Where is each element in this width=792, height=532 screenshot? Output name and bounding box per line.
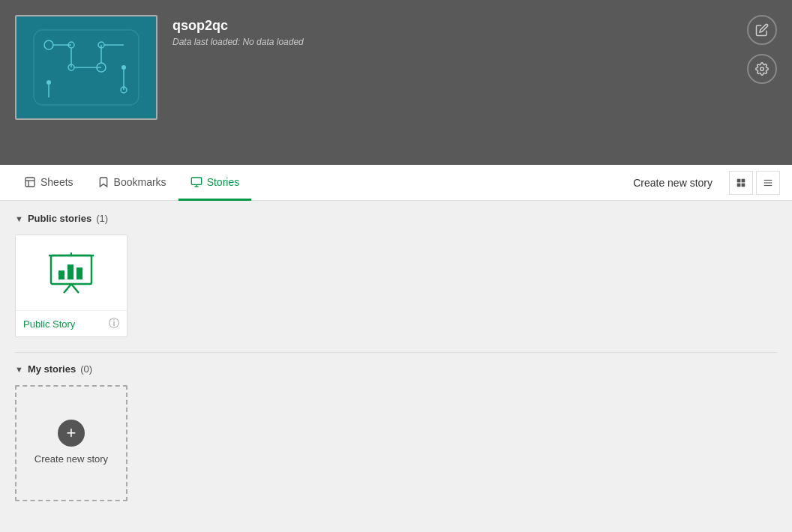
tab-sheets[interactable]: Sheets xyxy=(12,165,86,201)
my-stories-grid: + Create new story xyxy=(15,385,777,501)
story-card-public[interactable]: Public Story ⓘ xyxy=(15,235,128,337)
pencil-icon xyxy=(755,23,769,37)
tab-sheets-label: Sheets xyxy=(40,176,74,188)
svg-rect-27 xyxy=(742,183,746,187)
svg-rect-24 xyxy=(737,178,741,182)
create-story-card[interactable]: + Create new story xyxy=(15,385,128,501)
svg-rect-34 xyxy=(76,267,82,279)
tab-bookmarks[interactable]: Bookmarks xyxy=(86,165,178,201)
svg-rect-18 xyxy=(26,178,34,187)
grid-icon xyxy=(736,178,746,188)
svg-point-14 xyxy=(122,65,126,70)
create-card-label: Create new story xyxy=(34,453,108,466)
story-card-thumbnail xyxy=(16,235,127,310)
app-info: qsop2qc Data last loaded: No data loaded xyxy=(172,15,304,47)
svg-point-17 xyxy=(760,67,764,71)
bookmark-icon xyxy=(98,176,110,188)
public-stories-title: Public stories xyxy=(28,213,92,224)
app-header: qsop2qc Data last loaded: No data loaded xyxy=(0,0,792,165)
svg-line-35 xyxy=(64,284,71,293)
public-stories-arrow: ▼ xyxy=(15,214,23,223)
gear-icon xyxy=(755,62,769,76)
svg-rect-21 xyxy=(191,178,201,184)
tab-stories-label: Stories xyxy=(207,176,240,188)
edit-button[interactable] xyxy=(747,15,777,45)
story-name: Public Story xyxy=(23,318,75,330)
svg-point-12 xyxy=(46,80,51,85)
view-toggle xyxy=(729,171,780,195)
sheets-icon xyxy=(24,176,36,188)
svg-line-36 xyxy=(71,284,79,293)
app-subtitle: Data last loaded: No data loaded xyxy=(172,37,304,47)
header-actions xyxy=(747,15,777,84)
public-stories-count: (1) xyxy=(96,213,108,224)
list-view-button[interactable] xyxy=(756,171,780,195)
app-thumbnail xyxy=(15,15,158,120)
svg-rect-33 xyxy=(68,265,74,279)
create-story-button[interactable]: Create new story xyxy=(626,172,720,193)
story-card-footer: Public Story ⓘ xyxy=(16,310,127,336)
tab-bookmarks-label: Bookmarks xyxy=(114,176,166,188)
svg-rect-25 xyxy=(742,178,746,182)
section-divider xyxy=(15,352,777,353)
svg-rect-32 xyxy=(58,270,64,279)
my-stories-arrow: ▼ xyxy=(15,365,23,374)
list-icon xyxy=(763,178,773,188)
content-area: ▼ Public stories (1) xyxy=(0,201,792,532)
story-info-icon[interactable]: ⓘ xyxy=(109,317,119,330)
plus-icon: + xyxy=(58,420,85,447)
grid-view-button[interactable] xyxy=(729,171,753,195)
stories-icon xyxy=(190,176,202,188)
my-stories-count: (0) xyxy=(80,363,92,375)
my-stories-header[interactable]: ▼ My stories (0) xyxy=(15,363,777,375)
my-stories-title: My stories xyxy=(28,363,76,375)
tabs-bar: Sheets Bookmarks Stories Create new stor… xyxy=(0,165,792,201)
public-stories-header[interactable]: ▼ Public stories (1) xyxy=(15,213,777,224)
settings-button[interactable] xyxy=(747,54,777,84)
app-name: qsop2qc xyxy=(172,18,304,34)
svg-rect-26 xyxy=(737,183,741,187)
tab-stories[interactable]: Stories xyxy=(178,165,252,201)
public-stories-grid: Public Story ⓘ xyxy=(15,235,777,337)
